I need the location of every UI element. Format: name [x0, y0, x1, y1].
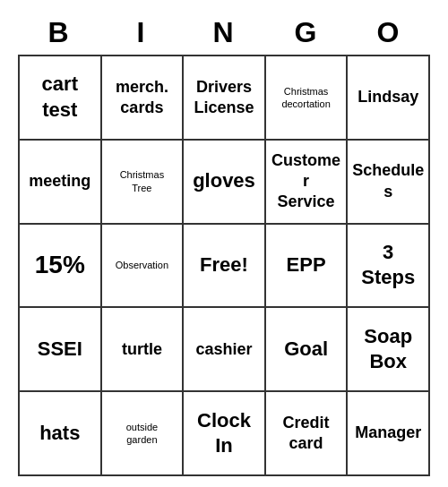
bingo-cell: cart test [20, 56, 102, 141]
bingo-cell: outside garden [102, 392, 185, 476]
bingo-cell: Clock In [184, 392, 266, 476]
cell-text: Soap Box [364, 324, 412, 375]
cell-text: Manager [355, 423, 421, 443]
cell-text: turtle [122, 339, 162, 360]
cell-text: Credit card [283, 413, 330, 455]
bingo-cell: gloves [184, 141, 266, 225]
cell-text: cashier [195, 339, 252, 360]
cell-text: SSEI [38, 337, 82, 363]
cell-text: merch. cards [116, 77, 168, 119]
bingo-cell: Christmas Tree [102, 141, 185, 225]
bingo-cell: Free! [184, 225, 266, 309]
bingo-cell: Observation [102, 225, 185, 309]
header-letter: G [265, 11, 348, 55]
cell-text: cart test [42, 72, 78, 123]
bingo-cell: Schedules [348, 141, 430, 225]
bingo-cell: Manager [348, 392, 430, 476]
bingo-cell: SSEI [20, 308, 102, 392]
bingo-cell: Lindsay [348, 56, 430, 141]
cell-text: Customer Service [270, 150, 343, 213]
cell-text: gloves [193, 168, 255, 194]
cell-text: Goal [284, 337, 328, 363]
cell-text: Free! [200, 252, 248, 278]
cell-text: Christmas Tree [120, 168, 165, 194]
bingo-cell: Christmas decortation [266, 56, 349, 141]
bingo-header: BINGO [18, 11, 430, 55]
cell-text: hats [39, 421, 80, 447]
bingo-cell: Drivers License [184, 56, 266, 141]
cell-text: meeting [29, 171, 90, 192]
bingo-cell: merch. cards [102, 56, 185, 141]
bingo-cell: Soap Box [348, 308, 430, 392]
bingo-cell: Customer Service [266, 141, 349, 225]
cell-text: EPP [287, 252, 326, 278]
bingo-cell: Goal [266, 308, 349, 392]
cell-text: 3 Steps [361, 240, 415, 291]
cell-text: Schedules [351, 160, 425, 202]
header-letter: N [183, 11, 265, 55]
bingo-card: BINGO cart testmerch. cardsDrivers Licen… [18, 11, 430, 476]
bingo-cell: hats [20, 392, 102, 476]
bingo-cell: Credit card [266, 392, 349, 476]
bingo-cell: 15% [20, 225, 102, 309]
bingo-cell: meeting [20, 141, 102, 225]
cell-text: Lindsay [358, 87, 418, 107]
bingo-cell: EPP [266, 225, 349, 309]
cell-text: 15% [35, 249, 85, 281]
cell-text: Clock In [197, 408, 251, 459]
cell-text: Christmas decortation [281, 85, 330, 111]
header-letter: O [348, 11, 430, 55]
bingo-cell: 3 Steps [348, 225, 430, 309]
bingo-cell: turtle [102, 308, 185, 392]
header-letter: B [18, 11, 100, 55]
bingo-grid: cart testmerch. cardsDrivers LicenseChri… [18, 55, 430, 476]
cell-text: Drivers License [194, 77, 254, 119]
cell-text: Observation [116, 259, 168, 271]
header-letter: I [100, 11, 183, 55]
bingo-cell: cashier [184, 308, 266, 392]
cell-text: outside garden [126, 421, 158, 447]
